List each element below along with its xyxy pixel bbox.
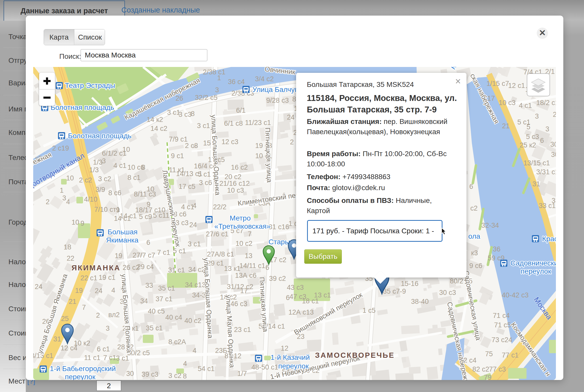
svg-text:4: 4 [66,198,70,206]
svg-text:14/11 с1: 14/11 с1 [239,262,265,270]
svg-text:4 с1: 4 с1 [519,102,532,109]
svg-text:11 с1: 11 с1 [84,354,100,362]
svg-text:3: 3 [106,325,110,332]
svg-text:5 с1: 5 с1 [198,170,211,178]
svg-text:24: 24 [35,283,42,291]
svg-text:2/38 с1: 2/38 с1 [203,68,226,76]
svg-text:32-34: 32-34 [481,222,499,229]
svg-text:3 с3: 3 с3 [179,111,192,118]
svg-text:17: 17 [240,287,248,295]
svg-text:6/1 с8: 6/1 с8 [224,120,243,127]
svg-text:22 с1: 22 с1 [80,274,97,282]
svg-text:8 с1: 8 с1 [127,174,141,181]
svg-text:3: 3 [62,194,66,202]
svg-text:2: 2 [290,138,294,146]
svg-text:10: 10 [147,185,154,193]
svg-text:23Б: 23Б [215,347,227,354]
svg-text:43 с3: 43 с3 [287,284,304,291]
svg-text:21/16 с12: 21/16 с12 [219,180,250,187]
svg-text:3/31 с1: 3/31 с1 [536,168,556,176]
svg-text:3 с2: 3 с2 [168,372,181,379]
svg-text:9: 9 [80,220,84,227]
svg-text:14 с1: 14 с1 [114,215,131,222]
svg-text:3: 3 [535,112,539,120]
svg-text:17 с5: 17 с5 [179,183,195,190]
svg-text:2 с8: 2 с8 [185,142,198,149]
svg-text:3 с1: 3 с1 [167,109,180,116]
svg-text:5 с9: 5 с9 [139,213,152,221]
svg-text:9/28 с3: 9/28 с3 [266,97,289,104]
svg-text:2: 2 [96,312,100,319]
svg-text:21: 21 [502,122,510,130]
svg-text:с2: с2 [470,204,478,212]
svg-text:22: 22 [67,255,74,262]
svg-text:10 с3: 10 с3 [227,187,244,194]
svg-text:6 с1: 6 с1 [97,345,110,353]
svg-text:1 с5: 1 с5 [363,307,376,314]
svg-text:6: 6 [146,239,150,246]
svg-text:11/23 с1: 11/23 с1 [245,119,271,126]
svg-text:ола: ола [468,232,480,240]
svg-text:18: 18 [64,243,71,251]
svg-text:2: 2 [46,198,50,206]
svg-text:к3: к3 [471,249,478,257]
svg-text:ЗАМОСКВОРЕЧЬЕ: ЗАМОСКВОРЕЧЬЕ [315,351,395,359]
svg-text:3 с1: 3 с1 [116,354,129,362]
svg-text:14 к2: 14 к2 [147,116,163,123]
svg-text:33: 33 [145,282,153,289]
svg-text:переулок: переулок [65,373,96,380]
svg-text:переулок: переулок [278,362,309,370]
svg-text:Театр Эстрады: Театр Эстрады [65,82,115,89]
svg-text:12 с1: 12 с1 [508,82,525,89]
svg-text:5: 5 [527,123,530,131]
svg-text:35 с7-9: 35 с7-9 [383,287,406,295]
svg-text:12А с13: 12А с13 [288,308,314,316]
svg-text:7: 7 [248,230,252,238]
svg-text:34 с2: 34 с2 [188,266,205,273]
svg-text:7 с1: 7 с1 [157,249,170,256]
svg-text:Якиманка: Якиманка [106,236,138,244]
svg-text:7 с1: 7 с1 [103,354,116,362]
svg-text:2 с2: 2 с2 [79,176,92,184]
svg-text:22/2: 22/2 [213,203,227,211]
svg-text:25 к2: 25 к2 [520,141,536,149]
svg-text:Болотная площадь: Болотная площадь [51,103,114,111]
svg-text:27/7 с7: 27/7 с7 [133,251,155,259]
svg-text:1/3: 1/3 [93,158,103,166]
svg-text:13 к1: 13 к1 [224,265,240,272]
svg-text:8: 8 [183,372,187,380]
svg-text:2 с19: 2 с19 [52,144,69,152]
svg-text:9: 9 [116,206,120,214]
svg-text:10 с2: 10 с2 [236,240,252,247]
svg-text:19 с1: 19 с1 [99,274,115,281]
svg-text:4: 4 [193,347,196,354]
svg-text:34: 34 [140,297,148,305]
svg-text:19: 19 [115,252,122,260]
svg-text:10: 10 [66,174,74,182]
svg-text:31: 31 [53,335,61,343]
svg-text:3 с1: 3 с1 [197,122,210,130]
svg-text:8: 8 [191,110,195,118]
svg-text:46 с3: 46 с3 [230,300,247,308]
svg-text:77 с3: 77 с3 [489,365,506,373]
svg-text:6: 6 [540,137,544,144]
svg-text:75: 75 [485,350,493,358]
svg-text:30: 30 [126,370,134,377]
svg-text:31 с16: 31 с16 [268,223,289,231]
svg-text:3: 3 [215,86,219,94]
svg-text:5 с3: 5 с3 [526,133,539,141]
svg-text:вл2: вл2 [108,311,120,319]
svg-text:15: 15 [203,139,211,147]
svg-text:30 с: 30 с [551,151,556,158]
svg-text:6: 6 [469,183,473,190]
svg-text:3: 3 [102,157,106,165]
svg-text:3 с6: 3 с6 [199,179,212,187]
svg-text:77 с1: 77 с1 [502,351,519,359]
svg-text:40 с2: 40 с2 [184,317,201,325]
svg-text:5 с11: 5 с11 [153,212,169,219]
svg-text:24: 24 [95,287,102,295]
svg-text:Стары: Стары [268,238,290,246]
svg-text:8 с6: 8 с6 [108,189,121,197]
svg-text:71 с4: 71 с4 [493,312,510,319]
svg-text:30 с3: 30 с3 [439,289,456,296]
